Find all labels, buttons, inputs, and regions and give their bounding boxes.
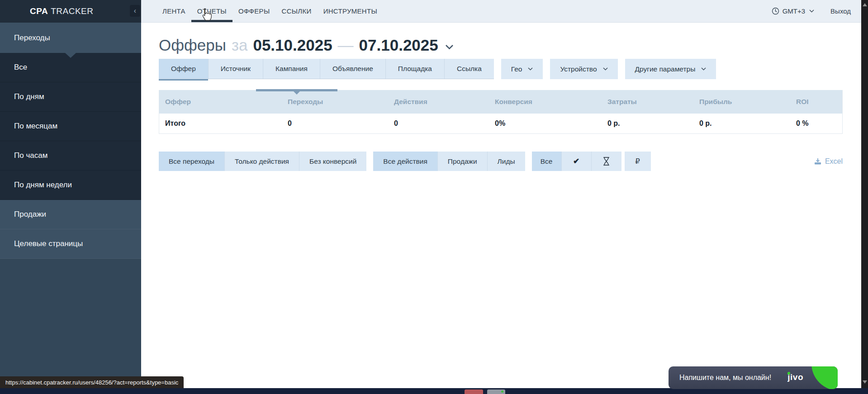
sidebar-item-po-chasam[interactable]: По часам — [0, 141, 141, 171]
jivo-leaf-icon — [811, 366, 838, 389]
sidebar: CPA TRACKER ‹ Переходы Все По дням По ме… — [0, 0, 141, 388]
excel-label: Excel — [825, 157, 843, 166]
ruble-icon: ₽ — [635, 157, 640, 166]
tab-istochnik[interactable]: Источник — [209, 59, 263, 79]
title-preposition: за — [232, 36, 248, 54]
filter-prodazhi[interactable]: Продажи — [438, 152, 488, 171]
timezone-selector[interactable]: GMT+3 — [783, 7, 805, 15]
sidebar-item-label: По дням недели — [14, 180, 72, 190]
nav-item-instrumenty[interactable]: ИНСТРУМЕНТЫ — [318, 0, 383, 22]
hourglass-icon — [603, 157, 610, 166]
nav-item-lenta[interactable]: ЛЕНТА — [157, 0, 191, 22]
totals-roi: 0 % — [790, 119, 842, 128]
filter-status-pending[interactable] — [592, 152, 621, 171]
tab-label: Объявление — [332, 65, 373, 73]
tab-label: Оффер — [171, 65, 196, 73]
dropdown-ustroystvo[interactable]: Устройство — [550, 59, 617, 79]
date-to[interactable]: 07.10.2025 — [359, 36, 438, 54]
chevron-down-icon — [603, 67, 608, 71]
scroll-up-arrow-icon[interactable] — [863, 3, 867, 6]
date-dash: — — [338, 36, 354, 54]
sidebar-item-label: Все — [14, 63, 27, 72]
nav-items: ЛЕНТА ОТЧЕТЫ ОФФЕРЫ ССЫЛКИ ИНСТРУМЕНТЫ — [141, 0, 383, 22]
filter-label: Все действия — [383, 157, 427, 166]
column-header-perehody[interactable]: Переходы — [282, 98, 388, 106]
nav-right: GMT+3 Выход — [772, 0, 861, 22]
tab-obyavlenie[interactable]: Объявление — [320, 59, 386, 79]
nav-item-offery[interactable]: ОФФЕРЫ — [232, 0, 276, 22]
filter-tolko-deystviya[interactable]: Только действия — [225, 152, 299, 171]
column-header-pribyl[interactable]: Прибыль — [693, 98, 790, 106]
dropdown-label: Гео — [511, 65, 522, 73]
filter-vse-perehody[interactable]: Все переходы — [159, 152, 225, 171]
filter-bez-konversiy[interactable]: Без конверсий — [299, 152, 366, 171]
filter-label: Все — [541, 157, 553, 166]
chevron-down-icon[interactable] — [809, 9, 814, 13]
tab-kampaniya[interactable]: Кампания — [263, 59, 320, 79]
sort-indicator — [256, 89, 337, 91]
scroll-down-arrow-icon[interactable] — [863, 380, 867, 384]
totals-label: Итого — [159, 119, 282, 128]
filter-lidy[interactable]: Лиды — [488, 152, 525, 171]
dropdown-label: Устройство — [560, 65, 597, 73]
sidebar-item-po-mesyacam[interactable]: По месяцам — [0, 112, 141, 141]
column-header-zatraty[interactable]: Затраты — [602, 98, 693, 106]
sidebar-item-po-dnyam-nedeli[interactable]: По дням недели — [0, 171, 141, 200]
dropdown-geo[interactable]: Гео — [501, 59, 543, 79]
logo-brand-rest: TRACKER — [51, 6, 93, 16]
download-icon — [814, 158, 821, 165]
totals-perehody: 0 — [282, 119, 388, 128]
dropdown-drugie-parametry[interactable]: Другие параметры — [625, 59, 716, 79]
column-header-konversiya[interactable]: Конверсия — [489, 98, 602, 106]
traffic-filter-group: Все переходы Только действия Без конверс… — [159, 152, 366, 171]
check-icon: ✔ — [573, 157, 579, 166]
sidebar-collapse-button[interactable]: ‹ — [130, 5, 140, 17]
filter-currency-rub[interactable]: ₽ — [625, 152, 651, 171]
nav-item-ssylki[interactable]: ССЫЛКИ — [276, 0, 318, 22]
totals-deystviya: 0 — [388, 119, 489, 128]
main-content: Офферы за 05.10.2025 — 07.10.2025 Оффер … — [141, 23, 861, 388]
sidebar-item-label: По месяцам — [14, 122, 57, 131]
sidebar-item-po-dnyam[interactable]: По дням — [0, 82, 141, 112]
clock-icon — [772, 7, 779, 15]
filter-status-vse[interactable]: Все — [532, 152, 562, 171]
browser-status-url: https://cabinet.cpatracker.ru/users/4825… — [0, 376, 184, 388]
column-header-deystviya[interactable]: Действия — [388, 98, 489, 106]
filter-label: Лиды — [498, 157, 515, 166]
dimension-tabs: Оффер Источник Кампания Объявление Площа… — [159, 59, 843, 79]
totals-zatraty: 0 р. — [602, 119, 693, 128]
taskbar-icon-gray — [487, 389, 505, 394]
sidebar-item-label: Продажи — [14, 210, 46, 219]
tab-offer[interactable]: Оффер — [159, 59, 209, 79]
tab-label: Площадка — [398, 65, 432, 73]
date-from[interactable]: 05.10.2025 — [253, 36, 332, 54]
filter-vse-deystviya[interactable]: Все действия — [373, 152, 437, 171]
chat-widget[interactable]: Напишите нам, мы онлайн! jivo — [669, 366, 838, 389]
logout-link[interactable]: Выход — [830, 7, 851, 15]
tab-ssylka[interactable]: Ссылка — [445, 59, 494, 79]
tab-label: Ссылка — [457, 65, 482, 73]
report-table: Оффер Переходы Действия Конверсия Затрат… — [159, 90, 843, 134]
report-title: Офферы — [159, 36, 226, 54]
vertical-scrollbar[interactable] — [861, 0, 868, 388]
tab-label: Кампания — [275, 65, 308, 73]
filters-row: Все переходы Только действия Без конверс… — [159, 152, 843, 171]
sidebar-item-label: По дням — [14, 92, 44, 101]
chevron-left-icon: ‹ — [134, 7, 136, 14]
excel-export-link[interactable]: Excel — [814, 157, 843, 166]
status-url-text: https://cabinet.cpatracker.ru/users/4825… — [5, 379, 178, 386]
jivo-logo: jivo — [787, 372, 803, 382]
sidebar-item-perehody[interactable]: Переходы — [0, 23, 141, 53]
sidebar-item-prodazhi[interactable]: Продажи — [0, 200, 141, 229]
date-range-chevron-icon[interactable] — [445, 44, 454, 50]
sidebar-item-label: По часам — [14, 151, 47, 160]
table-header-row: Оффер Переходы Действия Конверсия Затрат… — [159, 90, 842, 114]
filter-label: Все переходы — [169, 157, 214, 166]
column-header-roi[interactable]: ROI — [790, 98, 842, 106]
column-header-offer[interactable]: Оффер — [159, 98, 282, 106]
filter-status-approved[interactable]: ✔ — [562, 152, 592, 171]
tab-ploshchadka[interactable]: Площадка — [386, 59, 445, 79]
sidebar-item-celevye-stranicy[interactable]: Целевые страницы — [0, 229, 141, 259]
hand-cursor-icon — [199, 8, 212, 21]
filter-label: Продажи — [448, 157, 477, 166]
